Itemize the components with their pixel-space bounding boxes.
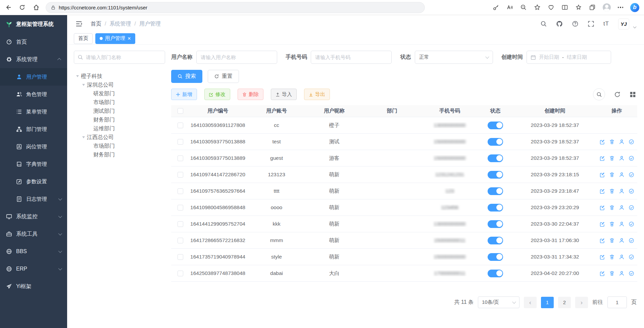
row-assign-role-icon[interactable] (629, 205, 634, 210)
export-button[interactable]: 导出 (304, 89, 330, 100)
row-edit-icon[interactable] (599, 254, 605, 260)
sidebar-item-home[interactable]: 首页 (0, 33, 67, 51)
sidebar-item-post[interactable]: 岗位管理 (0, 138, 67, 155)
row-delete-icon[interactable] (609, 139, 615, 145)
home-icon[interactable] (33, 4, 40, 11)
tree-node-dept[interactable]: 市场部门 (74, 98, 165, 107)
import-button[interactable]: 导入 (271, 89, 297, 100)
address-bar[interactable]: https://ccnetcore.com:1101/system/user (46, 2, 425, 13)
refresh-icon[interactable] (19, 4, 26, 11)
row-assign-role-icon[interactable] (629, 188, 634, 194)
sidebar-item-log[interactable]: 日志管理 (0, 190, 67, 208)
avatar-caret-icon[interactable] (633, 25, 637, 28)
sidebar-item-param[interactable]: 参数设置 (0, 173, 67, 190)
status-toggle[interactable] (488, 220, 503, 228)
row-delete-icon[interactable] (609, 238, 615, 243)
sidebar-item-user[interactable]: 用户管理 (0, 68, 67, 86)
sidebar-item-role[interactable]: 角色管理 (0, 86, 67, 103)
row-edit-icon[interactable] (599, 188, 605, 194)
copilot-icon[interactable]: b (630, 3, 639, 12)
row-resetpwd-icon[interactable] (619, 139, 625, 145)
row-delete-icon[interactable] (609, 271, 615, 276)
browser-essentials-icon[interactable] (548, 4, 554, 11)
sidebar-item-tools[interactable]: 系统工具 (0, 225, 67, 243)
status-toggle[interactable] (488, 270, 503, 277)
read-aloud-icon[interactable] (506, 4, 513, 11)
zoom-icon[interactable] (520, 4, 527, 11)
status-toggle[interactable] (488, 187, 503, 195)
font-size-icon[interactable]: tT (603, 20, 609, 27)
status-toggle[interactable] (488, 154, 503, 162)
sidebar-item-dept[interactable]: 部门管理 (0, 121, 67, 138)
tree-node-company[interactable]: 深圳总公司 (74, 81, 165, 89)
row-edit-icon[interactable] (599, 205, 605, 210)
show-search-button[interactable] (593, 88, 605, 100)
sidebar-item-monitor[interactable]: 系统监控 (0, 208, 67, 225)
tree-caret-icon[interactable] (76, 75, 79, 77)
row-delete-icon[interactable] (609, 188, 615, 194)
sidebar-fold-icon[interactable] (75, 20, 83, 28)
reset-button[interactable]: 重置 (208, 70, 239, 83)
sidebar-item-dict[interactable]: 字典管理 (0, 155, 67, 173)
sidebar-item-yi[interactable]: Yi框架 (0, 278, 67, 295)
search-button[interactable]: 搜索 (171, 70, 202, 83)
tree-node-dept[interactable]: 财务部门 (74, 150, 165, 159)
dept-search-input[interactable] (74, 51, 165, 64)
tree-node-dept[interactable]: 测试部门 (74, 107, 165, 115)
row-delete-icon[interactable] (609, 172, 615, 178)
delete-button[interactable]: 删除 (238, 89, 263, 100)
row-checkbox[interactable] (178, 188, 183, 194)
status-toggle[interactable] (488, 122, 503, 129)
goto-page-input[interactable] (607, 296, 627, 308)
row-assign-role-icon[interactable] (629, 139, 634, 145)
sidebar-item-menu[interactable]: 菜单管理 (0, 103, 67, 121)
row-edit-icon[interactable] (599, 271, 605, 276)
status-toggle[interactable] (488, 138, 503, 146)
row-edit-icon[interactable] (599, 238, 605, 243)
tree-node-company[interactable]: 江西总公司 (74, 133, 165, 142)
row-delete-icon[interactable] (609, 155, 615, 161)
row-checkbox[interactable] (178, 172, 183, 178)
key-icon[interactable] (493, 4, 499, 11)
row-delete-icon[interactable] (609, 221, 615, 227)
row-checkbox[interactable] (178, 205, 183, 210)
back-icon[interactable] (5, 4, 11, 11)
row-edit-icon[interactable] (599, 221, 605, 227)
row-resetpwd-icon[interactable] (619, 238, 625, 243)
tree-node-dept[interactable]: 运维部门 (74, 124, 165, 133)
row-checkbox[interactable] (178, 238, 183, 243)
row-checkbox[interactable] (178, 271, 183, 276)
tab-home[interactable]: 首页 (74, 33, 93, 44)
favorites-bar-icon[interactable] (575, 4, 582, 11)
tree-node-root[interactable]: 橙子科技 (74, 72, 165, 81)
date-range-picker[interactable]: 开始日期 - 结束日期 (527, 51, 611, 64)
row-resetpwd-icon[interactable] (619, 155, 625, 161)
add-button[interactable]: 新增 (171, 89, 197, 100)
status-select[interactable]: 正常 (415, 51, 493, 64)
row-checkbox[interactable] (178, 254, 183, 260)
username-input[interactable] (196, 51, 277, 64)
collections-icon[interactable] (589, 4, 596, 11)
page-2-button[interactable]: 2 (558, 297, 571, 308)
split-screen-icon[interactable] (561, 4, 568, 11)
sidebar-item-system[interactable]: 系统管理 (0, 51, 67, 68)
status-toggle[interactable] (488, 204, 503, 212)
row-assign-role-icon[interactable] (629, 271, 634, 276)
page-1-button[interactable]: 1 (541, 297, 554, 308)
row-assign-role-icon[interactable] (629, 254, 634, 260)
breadcrumb-home[interactable]: 首页 (91, 20, 101, 28)
fullscreen-icon[interactable] (588, 20, 594, 27)
next-page-button[interactable]: › (575, 297, 588, 308)
select-all-checkbox[interactable] (178, 108, 183, 114)
tree-caret-icon[interactable] (82, 136, 85, 138)
row-resetpwd-icon[interactable] (619, 271, 625, 276)
row-edit-icon[interactable] (599, 139, 605, 145)
row-resetpwd-icon[interactable] (619, 172, 625, 178)
refresh-icon[interactable] (614, 91, 621, 98)
row-delete-icon[interactable] (609, 254, 615, 260)
status-toggle[interactable] (488, 253, 503, 261)
github-icon[interactable] (556, 20, 563, 27)
favorite-add-icon[interactable] (534, 4, 541, 11)
row-edit-icon[interactable] (599, 172, 605, 178)
search-icon[interactable] (540, 20, 547, 27)
